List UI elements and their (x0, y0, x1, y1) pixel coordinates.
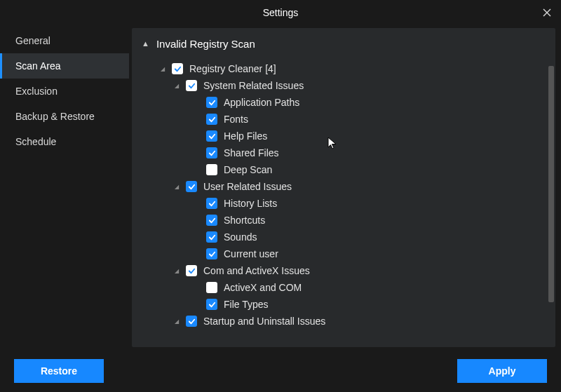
settings-tree: ◢Registry Cleaner [4]◢System Related Iss… (132, 59, 555, 334)
checkbox[interactable] (172, 63, 183, 74)
tree-row-label: Current user (224, 248, 278, 259)
caret-icon: ◢ (174, 318, 180, 325)
sidebar-item-general[interactable]: General (0, 28, 129, 53)
section-title: Invalid Registry Scan (156, 38, 255, 50)
checkbox[interactable] (206, 164, 217, 175)
sidebar-item-backup-restore[interactable]: Backup & Restore (0, 104, 129, 129)
apply-button[interactable]: Apply (457, 359, 547, 383)
tree-row[interactable]: Shared Files (146, 144, 543, 161)
caret-icon: ◢ (174, 83, 180, 89)
titlebar: Settings (0, 0, 561, 25)
checkbox[interactable] (186, 181, 197, 192)
sidebar-item-exclusion[interactable]: Exclusion (0, 79, 129, 104)
sidebar-item-label: Backup & Restore (15, 111, 95, 122)
window-title: Settings (263, 7, 299, 18)
sidebar-item-label: Scan Area (15, 60, 61, 72)
tree-row[interactable]: ◢Startup and Uninstall Issues (146, 313, 543, 330)
tree-row[interactable]: ◢Com and ActiveX Issues (146, 262, 543, 279)
tree-row-label: Application Paths (224, 97, 299, 108)
checkbox[interactable] (206, 299, 217, 310)
tree-row-label: Registry Cleaner [4] (189, 63, 276, 74)
checkbox[interactable] (206, 248, 217, 259)
checkbox[interactable] (206, 97, 217, 108)
tree-row[interactable]: ◢System Related Issues (146, 77, 543, 94)
section-header[interactable]: ▲ Invalid Registry Scan (132, 28, 555, 59)
tree-row[interactable]: Sounds (146, 229, 543, 245)
tree-row[interactable]: Help Files (146, 128, 543, 144)
settings-sidebar: GeneralScan AreaExclusionBackup & Restor… (0, 25, 129, 350)
tree-row[interactable]: File Types (146, 296, 543, 313)
caret-icon: ◢ (160, 66, 165, 72)
restore-button[interactable]: Restore (14, 359, 104, 383)
caret-icon: ◢ (174, 184, 180, 190)
sidebar-item-label: Schedule (15, 136, 56, 147)
close-button[interactable] (533, 0, 561, 25)
content-panel: ▲ Invalid Registry Scan ◢Registry Cleane… (132, 28, 555, 347)
tree-row[interactable]: Current user (146, 245, 543, 262)
tree-row-label: Deep Scan (224, 164, 272, 175)
tree-row[interactable]: Fonts (146, 111, 543, 128)
tree-row[interactable]: History Lists (146, 195, 543, 212)
tree-row-label: File Types (224, 299, 269, 310)
tree-row[interactable]: ActiveX and COM (146, 279, 543, 296)
checkbox[interactable] (186, 316, 197, 327)
checkbox[interactable] (206, 282, 217, 293)
checkbox[interactable] (206, 198, 217, 209)
tree-row[interactable]: Deep Scan (146, 161, 543, 178)
tree-row[interactable]: ◢User Related Issues (146, 178, 543, 195)
tree-row-label: ActiveX and COM (224, 282, 302, 293)
tree-row[interactable]: Shortcuts (146, 212, 543, 229)
scrollbar-thumb[interactable] (548, 66, 554, 302)
tree-row[interactable]: Application Paths (146, 94, 543, 111)
sidebar-item-schedule[interactable]: Schedule (0, 129, 129, 154)
sidebar-item-label: General (15, 35, 50, 46)
tree-row-label: Sounds (224, 231, 257, 243)
tree-row-label: Com and ActiveX Issues (203, 265, 310, 276)
checkbox[interactable] (186, 265, 197, 276)
checkbox[interactable] (206, 130, 217, 142)
checkbox[interactable] (206, 114, 217, 125)
tree-row-label: Shared Files (224, 147, 279, 158)
checkbox[interactable] (206, 215, 217, 226)
tree-row-label: System Related Issues (203, 80, 304, 91)
close-icon (543, 8, 551, 17)
sidebar-item-label: Exclusion (15, 86, 58, 97)
tree-row-label: Fonts (224, 114, 248, 125)
checkbox[interactable] (206, 231, 217, 243)
tree-row[interactable]: ◢Registry Cleaner [4] (146, 60, 543, 77)
scrollbar-track[interactable] (548, 66, 554, 344)
tree-row-label: User Related Issues (203, 181, 292, 192)
caret-icon: ◢ (174, 268, 180, 274)
checkbox[interactable] (206, 147, 217, 158)
sidebar-item-scan-area[interactable]: Scan Area (0, 53, 129, 79)
footer: Restore Apply (0, 350, 561, 392)
tree-row-label: Startup and Uninstall Issues (203, 316, 325, 327)
tree-row-label: Help Files (224, 130, 267, 142)
checkbox[interactable] (186, 80, 197, 91)
chevron-up-icon: ▲ (142, 39, 149, 48)
tree-row-label: History Lists (224, 198, 277, 209)
tree-row-label: Shortcuts (224, 215, 265, 226)
